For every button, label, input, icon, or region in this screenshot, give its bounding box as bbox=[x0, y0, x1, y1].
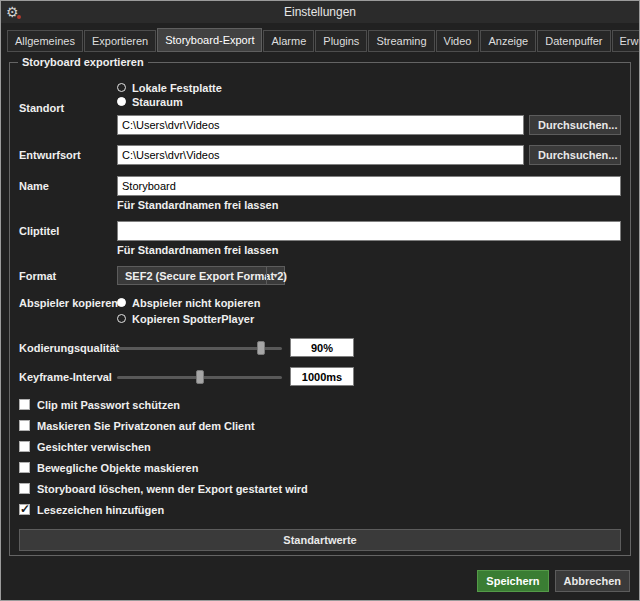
checkbox-label: Lesezeichen hinzufügen bbox=[37, 504, 164, 516]
tab-exportieren[interactable]: Exportieren bbox=[84, 30, 156, 52]
checkbox-label: Storyboard löschen, wenn der Export gest… bbox=[37, 483, 308, 495]
checkbox-unchecked-icon bbox=[19, 420, 30, 431]
gear-icon: ⚙ bbox=[6, 5, 19, 19]
tab-bar: Allgemeines Exportieren Storyboard-Expor… bbox=[1, 23, 639, 52]
radio-label: Kopieren SpotterPlayer bbox=[132, 313, 254, 325]
standort-path-input[interactable] bbox=[117, 115, 524, 135]
tab-plugins[interactable]: Plugins bbox=[315, 30, 367, 52]
cliptitel-hint: Für Standardnamen frei lassen bbox=[117, 244, 621, 257]
entwurfsort-path-input[interactable] bbox=[117, 145, 524, 165]
keyframe-row: Keyframe-Interval 1000ms bbox=[19, 367, 621, 386]
storyboard-export-group: Storyboard exportieren Standort Lokale F… bbox=[9, 62, 631, 556]
format-selected-value: SEF2 (Secure Export Format 2) bbox=[125, 270, 287, 282]
checkbox-lesezeichen-hinzufuegen[interactable]: Lesezeichen hinzufügen bbox=[19, 499, 621, 520]
keyframe-value: 1000ms bbox=[290, 367, 354, 386]
name-row: Name bbox=[19, 176, 621, 196]
radio-label: Stauraum bbox=[132, 96, 183, 108]
chevron-down-icon: ▼ bbox=[266, 267, 284, 284]
keyframe-label: Keyframe-Interval bbox=[19, 371, 117, 383]
cliptitel-label: Cliptitel bbox=[19, 225, 117, 237]
standort-row: Standort Lokale Festplatte Stauraum Durc… bbox=[19, 81, 621, 135]
name-input[interactable] bbox=[117, 176, 621, 196]
checkbox-unchecked-icon bbox=[19, 462, 30, 473]
radio-abspieler-nicht-kopieren[interactable]: Abspieler nicht kopieren bbox=[117, 296, 621, 309]
tab-erweitert[interactable]: Erweitert bbox=[612, 30, 640, 52]
cliptitel-row: Cliptitel bbox=[19, 221, 621, 241]
radio-unchecked-icon bbox=[117, 83, 126, 92]
group-title: Storyboard exportieren bbox=[18, 56, 148, 68]
checkbox-gesichter-verwischen[interactable]: Gesichter verwischen bbox=[19, 436, 621, 457]
save-button[interactable]: Speichern bbox=[477, 570, 548, 592]
settings-window: ⚙ Einstellungen Allgemeines Exportieren … bbox=[0, 0, 640, 601]
dialog-footer: Speichern Abbrechen bbox=[477, 570, 630, 592]
titlebar: ⚙ Einstellungen bbox=[1, 1, 639, 23]
window-title: Einstellungen bbox=[1, 5, 639, 19]
checkbox-clip-passwort[interactable]: Clip mit Passwort schützen bbox=[19, 394, 621, 415]
checkbox-unchecked-icon bbox=[19, 441, 30, 452]
tab-streaming[interactable]: Streaming bbox=[368, 30, 434, 52]
slider-handle[interactable] bbox=[257, 341, 265, 355]
defaults-button[interactable]: Standartwerte bbox=[19, 529, 621, 551]
radio-unchecked-icon bbox=[117, 314, 126, 323]
format-dropdown[interactable]: SEF2 (Secure Export Format 2) ▼ bbox=[117, 266, 285, 285]
cancel-button[interactable]: Abbrechen bbox=[555, 570, 630, 592]
checkbox-storyboard-loeschen[interactable]: Storyboard löschen, wenn der Export gest… bbox=[19, 478, 621, 499]
format-row: Format SEF2 (Secure Export Format 2) ▼ bbox=[19, 266, 621, 285]
radio-kopieren-spotterplayer[interactable]: Kopieren SpotterPlayer bbox=[117, 312, 621, 325]
checkbox-checked-icon bbox=[19, 504, 30, 515]
name-hint: Für Standardnamen frei lassen bbox=[117, 199, 621, 212]
tab-storyboard-export[interactable]: Storyboard-Export bbox=[157, 28, 262, 52]
tab-alarme[interactable]: Alarme bbox=[263, 30, 314, 52]
abspieler-label: Abspieler kopieren bbox=[19, 296, 117, 309]
radio-checked-icon bbox=[117, 298, 126, 307]
tab-allgemeines[interactable]: Allgemeines bbox=[7, 30, 83, 52]
radio-label: Abspieler nicht kopieren bbox=[132, 297, 260, 309]
abspieler-row: Abspieler kopieren Abspieler nicht kopie… bbox=[19, 296, 621, 326]
checkbox-label: Gesichter verwischen bbox=[37, 441, 151, 453]
checkbox-unchecked-icon bbox=[19, 483, 30, 494]
entwurfsort-label: Entwurfsort bbox=[19, 149, 117, 161]
radio-lokale-festplatte[interactable]: Lokale Festplatte bbox=[117, 81, 621, 94]
keyframe-slider[interactable] bbox=[117, 368, 282, 386]
slider-handle[interactable] bbox=[196, 370, 204, 384]
standort-browse-button[interactable]: Durchsuchen... bbox=[529, 115, 621, 135]
cliptitel-input[interactable] bbox=[117, 221, 621, 241]
tab-video[interactable]: Video bbox=[436, 30, 480, 52]
entwurfsort-row: Entwurfsort Durchsuchen... bbox=[19, 145, 621, 165]
entwurfsort-browse-button[interactable]: Durchsuchen... bbox=[529, 145, 621, 165]
checkbox-label: Bewegliche Objekte maskieren bbox=[37, 462, 198, 474]
tab-anzeige[interactable]: Anzeige bbox=[480, 30, 536, 52]
checkbox-unchecked-icon bbox=[19, 399, 30, 410]
checkbox-privatzonen-maskieren[interactable]: Maskieren Sie Privatzonen auf dem Client bbox=[19, 415, 621, 436]
checkbox-label: Clip mit Passwort schützen bbox=[37, 399, 180, 411]
quality-label: Kodierungsqualität bbox=[19, 342, 117, 354]
standort-label: Standort bbox=[19, 102, 117, 114]
quality-row: Kodierungsqualität 90% bbox=[19, 338, 621, 357]
checkbox-list: Clip mit Passwort schützen Maskieren Sie… bbox=[19, 394, 621, 520]
quality-slider[interactable] bbox=[117, 339, 282, 357]
tab-datenpuffer[interactable]: Datenpuffer bbox=[537, 30, 610, 52]
quality-value: 90% bbox=[290, 338, 354, 357]
radio-label: Lokale Festplatte bbox=[132, 82, 222, 94]
name-label: Name bbox=[19, 180, 117, 192]
radio-stauraum[interactable]: Stauraum bbox=[117, 95, 621, 108]
radio-checked-icon bbox=[117, 97, 126, 106]
checkbox-bewegliche-objekte[interactable]: Bewegliche Objekte maskieren bbox=[19, 457, 621, 478]
checkbox-label: Maskieren Sie Privatzonen auf dem Client bbox=[37, 420, 255, 432]
format-label: Format bbox=[19, 270, 117, 282]
